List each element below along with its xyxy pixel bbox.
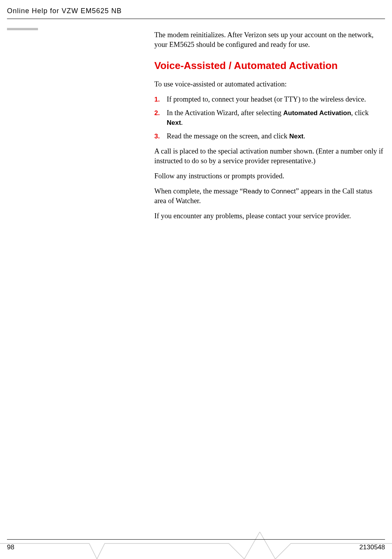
body-paragraph: When complete, the message “Ready to Con…: [154, 186, 385, 206]
ui-label-bold: Automated Activation: [283, 109, 351, 117]
header-title: Online Help for VZW EM5625 NB: [7, 7, 122, 15]
body-paragraph: Follow any instructions or prompts provi…: [154, 171, 385, 181]
list-item: 2. In the Activation Wizard, after selec…: [154, 108, 385, 128]
list-item: 3. Read the message on the screen, and c…: [154, 131, 385, 141]
step-number: 2.: [154, 108, 167, 128]
steps-list: 1. If prompted to, connect your headset …: [154, 95, 385, 141]
footer-text: 98 2130548: [7, 543, 385, 551]
footer: 98 2130548: [7, 539, 385, 551]
body-paragraph: A call is placed to the special activati…: [154, 147, 385, 166]
step-number: 3.: [154, 131, 167, 141]
ui-label-bold: Next: [289, 133, 304, 140]
ui-label: Ready to Connect: [243, 188, 296, 195]
lead-in-paragraph: To use voice-assisted or automated activ…: [154, 79, 385, 89]
page-number: 98: [7, 543, 14, 551]
step-text: Read the message on the screen, and clic…: [167, 131, 385, 141]
step-number: 1.: [154, 95, 167, 104]
footer-rule: [7, 539, 385, 540]
intro-paragraph: The modem reinitializes. After Verizon s…: [154, 30, 385, 50]
section-heading: Voice-Assisted / Automated Activation: [154, 59, 385, 72]
list-item: 1. If prompted to, connect your headset …: [154, 95, 385, 104]
doc-id: 2130548: [359, 543, 385, 551]
header-rule: [7, 19, 385, 19]
side-marker: [7, 28, 38, 30]
body-paragraph: If you encounter any problems, please co…: [154, 211, 385, 221]
step-text: If prompted to, connect your headset (or…: [167, 95, 385, 104]
main-content: The modem reinitializes. After Verizon s…: [154, 30, 385, 226]
ui-label-bold: Next: [167, 119, 181, 126]
step-text: In the Activation Wizard, after selectin…: [167, 108, 385, 128]
